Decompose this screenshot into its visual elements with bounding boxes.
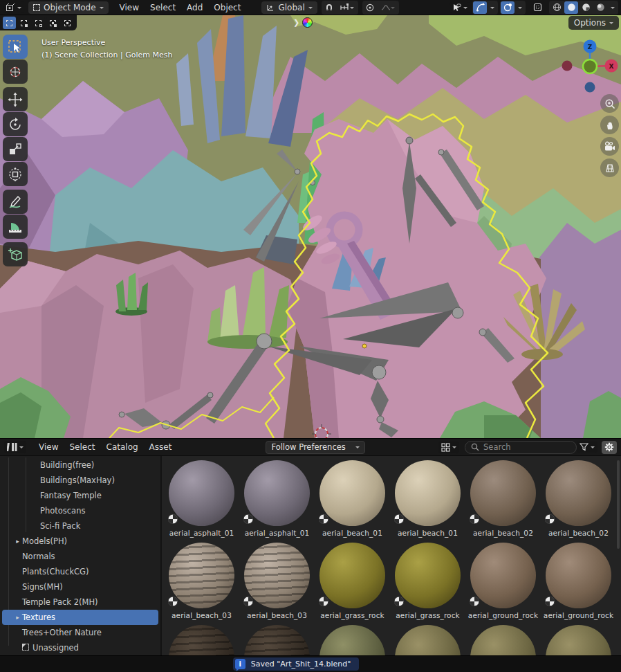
gizmo-toggle-button[interactable] (473, 1, 487, 14)
catalog-item[interactable]: Temple Pack 2(MH) (2, 594, 158, 610)
asset-thumbnail[interactable] (319, 543, 385, 608)
asset-card[interactable] (541, 622, 616, 655)
asset-card[interactable]: aerial_grass_rock (390, 540, 465, 622)
menu-item[interactable]: Object (208, 1, 246, 14)
annotate-tool[interactable] (3, 190, 28, 214)
asset-card[interactable]: aerial_ground_rock (541, 540, 616, 622)
transform-tool[interactable] (3, 162, 28, 186)
asset-thumbnail[interactable] (470, 625, 536, 655)
snap-toggle-button[interactable] (322, 1, 336, 14)
rotate-tool[interactable] (3, 112, 28, 136)
asset-card[interactable]: aerial_grass_rock (315, 540, 390, 622)
asset-thumbnail[interactable] (169, 460, 234, 526)
asset-card[interactable]: aerial_asphalt_01 (239, 457, 315, 540)
asset-card[interactable] (465, 622, 541, 655)
menu-item[interactable]: Select (64, 441, 100, 453)
asset-thumbnail[interactable] (244, 543, 310, 608)
menu-item[interactable]: Catalog (101, 441, 144, 453)
library-select[interactable]: Follow Preferences (266, 441, 365, 454)
select-visibility-dropdown[interactable] (449, 2, 470, 13)
solid-shading-button[interactable] (564, 1, 578, 14)
asset-card[interactable]: aerial_beach_02 (465, 457, 541, 540)
select-mode-invert-button[interactable] (46, 17, 59, 29)
catalog-item[interactable]: Signs(MH) (2, 579, 158, 594)
status-report[interactable]: i Saved "Art_Shit_14.blend" (233, 657, 360, 671)
material-shading-button[interactable] (579, 1, 593, 14)
falloff-dropdown[interactable] (378, 1, 398, 14)
orientation-dropdown[interactable]: Global (261, 1, 317, 14)
asset-thumbnail[interactable] (395, 460, 461, 526)
catalog-item[interactable]: Trees+Other Nature (2, 625, 158, 640)
rendered-shading-button[interactable] (593, 1, 607, 14)
zoom-button[interactable] (600, 94, 619, 113)
display-settings-dropdown[interactable] (438, 442, 459, 453)
snap-target-dropdown[interactable] (337, 1, 358, 14)
search-input[interactable] (483, 442, 559, 452)
shading-dropdown[interactable] (608, 1, 618, 14)
catalog-item[interactable]: Building(free) (2, 457, 158, 473)
xray-toggle-button[interactable] (530, 1, 544, 14)
navigation-gizmo[interactable]: Z X (557, 33, 621, 97)
menu-item[interactable]: Add (181, 1, 208, 14)
catalog-item[interactable]: Fantasy Temple (2, 488, 158, 503)
catalog-item[interactable]: ▸ Textures (2, 610, 158, 625)
asset-card[interactable]: aerial_asphalt_01 (164, 457, 239, 540)
asset-card[interactable]: aerial_beach_01 (315, 457, 390, 540)
catalog-item[interactable]: Photoscans (2, 503, 158, 518)
add-cube-tool[interactable] (3, 242, 28, 266)
axis-y-ball[interactable] (583, 60, 597, 73)
select-mode-set-button[interactable] (3, 17, 16, 29)
measure-tool[interactable] (3, 215, 28, 239)
select-mode-subtract-button[interactable] (32, 17, 45, 29)
axis-neg-z-ball[interactable] (585, 82, 595, 93)
pan-button[interactable] (600, 116, 619, 134)
camera-view-button[interactable] (600, 137, 619, 156)
menu-item[interactable]: View (114, 1, 145, 14)
proportional-edit-button[interactable] (363, 1, 377, 14)
move-tool[interactable] (3, 87, 28, 111)
wireframe-shading-button[interactable] (550, 1, 564, 14)
asset-card[interactable]: aerial_beach_01 (390, 457, 465, 540)
mode-dropdown[interactable]: Object Mode (28, 1, 109, 14)
3d-viewport[interactable]: ❯ Options User Perspective (1) Scene Col… (0, 15, 621, 438)
menu-item[interactable]: Select (145, 1, 181, 14)
perspective-toggle-button[interactable] (600, 158, 619, 177)
asset-thumbnail[interactable] (470, 460, 536, 526)
asset-card[interactable] (315, 622, 390, 655)
catalog-item[interactable]: Plants(ChuckCG) (2, 564, 158, 579)
asset-editor-type-button[interactable] (4, 441, 26, 453)
catalog-item[interactable]: Normals (2, 549, 158, 564)
asset-card[interactable]: aerial_ground_rock (465, 540, 541, 622)
gizmo-dropdown[interactable] (488, 1, 497, 14)
asset-thumbnail[interactable] (546, 460, 611, 526)
asset-details-toggle-button[interactable] (602, 441, 617, 454)
asset-thumbnail[interactable] (169, 543, 234, 608)
disclosure-triangle-icon[interactable]: ▸ (13, 538, 22, 545)
box-select-tool[interactable] (3, 35, 28, 59)
asset-card[interactable]: aerial_beach_02 (541, 457, 616, 540)
vertical-scrollbar[interactable] (617, 460, 620, 549)
asset-thumbnail[interactable] (319, 460, 385, 526)
asset-thumbnail[interactable] (395, 543, 461, 608)
options-dropdown[interactable]: Options (568, 16, 619, 30)
asset-thumbnail[interactable] (546, 625, 611, 655)
asset-thumbnail[interactable] (244, 460, 310, 526)
scale-tool[interactable] (3, 137, 28, 161)
menu-item[interactable]: Asset (144, 441, 178, 453)
catalog-item[interactable]: ▸ Models(PH) (2, 534, 158, 549)
asset-card[interactable]: aerial_beach_03 (239, 540, 315, 622)
axis-neg-x-ball[interactable] (562, 61, 573, 71)
catalog-item[interactable]: Unassigned (2, 640, 158, 655)
editor-type-button[interactable] (3, 1, 24, 13)
catalog-item[interactable]: Sci-fi Pack (2, 518, 158, 534)
asset-thumbnail[interactable] (470, 543, 536, 608)
overlays-dropdown[interactable] (515, 1, 525, 14)
cursor-tool[interactable] (3, 60, 28, 84)
asset-card[interactable] (239, 622, 315, 655)
asset-search[interactable] (465, 441, 577, 454)
asset-thumbnail[interactable] (169, 625, 234, 655)
asset-card[interactable] (164, 622, 239, 655)
asset-thumbnail[interactable] (319, 625, 385, 655)
asset-thumbnail[interactable] (546, 543, 611, 608)
asset-card[interactable] (390, 622, 465, 655)
